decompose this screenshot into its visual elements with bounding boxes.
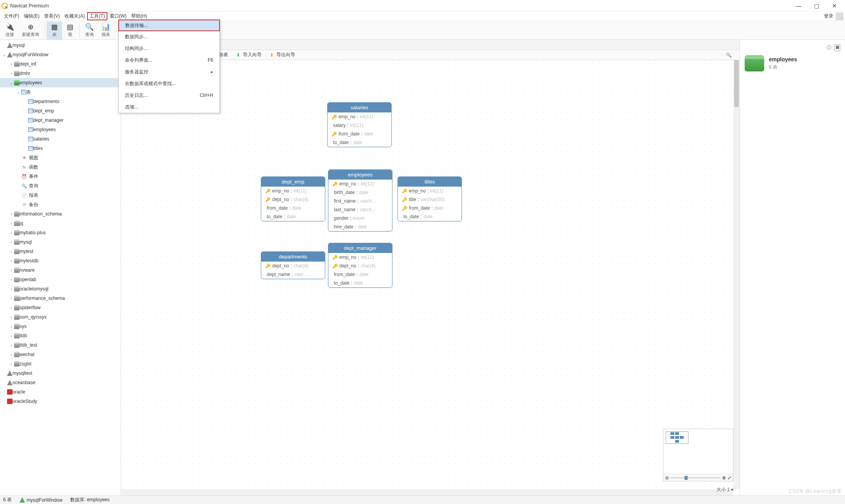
close-button[interactable]: ✕ (825, 0, 843, 12)
expand-icon[interactable]: › (9, 353, 14, 357)
expand-icon[interactable]: › (9, 231, 14, 235)
zoom-label[interactable]: 大小 1 ▾ (717, 486, 733, 493)
tree-node-nvware[interactable]: ›nvware (0, 265, 121, 275)
tree-node-dept_inf[interactable]: ›dept_inf (0, 59, 121, 69)
toolbar-表[interactable]: ▦表 (46, 21, 62, 39)
expand-icon[interactable]: › (9, 62, 14, 66)
tree-node-mysqlForWindow[interactable]: ⌄mysqlForWindow (0, 50, 121, 59)
menu-item-选项[interactable]: 选项... (119, 101, 219, 113)
tree-node-salaries[interactable]: salaries (0, 134, 121, 144)
expand-icon[interactable]: › (9, 240, 14, 244)
tree-node-jq[interactable]: ›jq (0, 219, 121, 228)
menu-help[interactable]: 帮助(H) (129, 12, 150, 20)
minimap[interactable]: ⊖ ⊕ ⤢ (663, 429, 733, 481)
expand-icon[interactable]: › (9, 315, 14, 319)
expand-icon[interactable]: › (9, 249, 14, 254)
expand-icon[interactable]: › (9, 324, 14, 329)
tree-node-查询[interactable]: 🔍查询 (0, 181, 121, 191)
horizontal-scrollbar[interactable] (121, 489, 733, 495)
login-area[interactable]: 登录 (824, 12, 843, 20)
tree-node-函数[interactable]: fx函数 (0, 162, 121, 172)
menu-file[interactable]: 文件(F) (2, 12, 21, 20)
vertical-scrollbar[interactable] (733, 60, 740, 489)
expand-icon[interactable]: › (9, 296, 14, 301)
zoom-fit-icon[interactable]: ⤢ (727, 475, 731, 481)
toolbar-报表[interactable]: 📊报表 (98, 21, 114, 39)
expand-icon[interactable]: › (9, 334, 14, 338)
menu-window[interactable]: 窗口(W) (107, 12, 129, 20)
tree-node-oracleStudy[interactable]: oracleStudy (0, 397, 121, 406)
expand-icon[interactable]: › (9, 221, 14, 226)
tree-node-information_schema[interactable]: ›information_schema (0, 209, 121, 219)
menu-item-数据同步[interactable]: 数据同步... (119, 31, 219, 43)
tree-node-mytestdb[interactable]: ›mytestdb (0, 256, 121, 265)
connection-tree[interactable]: mysql⌄mysqlForWindow›dept_inf›dmhr⌄emplo… (0, 40, 121, 495)
menu-item-数据传输[interactable]: 数据传输... (118, 20, 220, 31)
zoom-out-icon[interactable]: ⊖ (665, 475, 669, 481)
menu-edit[interactable]: 编辑(E) (21, 12, 42, 20)
tree-node-备份[interactable]: ⟳备份 (0, 200, 121, 209)
tree-node-departments[interactable]: departments (0, 97, 121, 106)
minimize-button[interactable]: — (790, 0, 808, 12)
erd-table-dept_emp[interactable]: dept_emp🔑emp_no: int(11)🔑dept_no: char(4… (261, 176, 325, 221)
tree-node-tldb[interactable]: ›tldb (0, 331, 121, 340)
expand-icon[interactable]: › (9, 362, 14, 366)
tree-node-employees[interactable]: ⌄employees (0, 78, 121, 87)
expand-icon[interactable]: › (9, 287, 14, 291)
menu-item-历史日志[interactable]: 历史日志...Ctrl+H (119, 89, 219, 101)
erd-table-dept_manager[interactable]: dept_manager🔑emp_no: int(11)🔑dept_no: ch… (328, 243, 392, 288)
grid-view-icon[interactable]: ▦ (834, 45, 840, 51)
tree-node-mybatis-plus[interactable]: ›mybatis-plus (0, 228, 121, 237)
tree-node-wechat[interactable]: ›wechat (0, 350, 121, 359)
tree-node-mysqltest[interactable]: mysqltest (0, 369, 121, 378)
tree-node-oracletomysql[interactable]: ›oracletomysql (0, 284, 121, 294)
tree-node-tldb_test[interactable]: ›tldb_test (0, 340, 121, 350)
menu-item-结构同步[interactable]: 结构同步... (119, 43, 219, 54)
expand-icon[interactable]: ⌄ (2, 53, 7, 57)
erd-table-departments[interactable]: departments🔑dept_no: char(4)dept_name: v… (261, 251, 325, 279)
search-icon[interactable]: 🔍 (726, 52, 732, 58)
zoom-in-icon[interactable]: ⊕ (722, 475, 726, 481)
tree-node-sys[interactable]: ›sys (0, 322, 121, 331)
minimap-zoom-slider[interactable]: ⊖ ⊕ ⤢ (663, 474, 733, 481)
tree-node-事件[interactable]: ⏰事件 (0, 172, 121, 181)
tree-node-titles[interactable]: titles (0, 144, 121, 153)
tree-node-oceanbase[interactable]: oceanbase (0, 378, 121, 387)
menu-favorites[interactable]: 收藏夹(A) (62, 12, 87, 20)
erd-canvas[interactable]: salaries🔑emp_no: int(11)salary: int(11)🔑… (121, 60, 740, 495)
info-icon[interactable]: ⓘ (827, 45, 831, 51)
expand-icon[interactable]: › (9, 259, 14, 263)
tree-node-dept_emp[interactable]: dept_emp (0, 106, 121, 116)
expand-icon[interactable]: › (9, 212, 14, 216)
maximize-button[interactable]: ▢ (808, 0, 825, 12)
toolbar-查询[interactable]: 🔍查询 (81, 21, 98, 39)
expand-icon[interactable]: ⌄ (9, 81, 14, 85)
erd-table-titles[interactable]: titles🔑emp_no: int(11)🔑title: varchar(50… (398, 176, 462, 221)
toolbar-视[interactable]: ▤视 (62, 21, 78, 39)
tree-node-employees[interactable]: employees (0, 125, 121, 134)
toolbar-新建查询[interactable]: ⊕新建查询 (18, 21, 43, 39)
tree-node-spiderflow[interactable]: ›spiderflow (0, 303, 121, 312)
tree-node-报表[interactable]: 📄报表 (0, 191, 121, 200)
tree-node-mysql[interactable]: mysql (0, 41, 121, 50)
expand-icon[interactable]: › (9, 268, 14, 272)
expand-icon[interactable]: › (9, 306, 14, 310)
tree-node-dept_manager[interactable]: dept_manager (0, 116, 121, 125)
tree-node-视图[interactable]: 👁视图 (0, 153, 121, 162)
tree-node-表[interactable]: ⌄表 (0, 87, 121, 97)
expand-icon[interactable]: › (9, 71, 14, 76)
tree-node-openlab[interactable]: ›openlab (0, 275, 121, 284)
menu-item-在数据库或模式中查找[interactable]: 在数据库或模式中查找... (119, 78, 219, 89)
expand-icon[interactable]: › (9, 343, 14, 347)
tree-node-performance_schema[interactable]: ›performance_schema (0, 294, 121, 303)
expand-icon[interactable]: › (9, 278, 14, 282)
import-wizard-button[interactable]: ⬇导入向导 (234, 51, 263, 59)
tree-node-zsglxt[interactable]: ›zsglxt (0, 359, 121, 369)
menu-view[interactable]: 查看(V) (42, 12, 62, 20)
tree-node-mysql[interactable]: ›mysql (0, 237, 121, 247)
erd-table-salaries[interactable]: salaries🔑emp_no: int(11)salary: int(11)🔑… (327, 102, 392, 147)
tree-node-ssm_qyrssys[interactable]: ›ssm_qyrssys (0, 312, 121, 322)
tree-node-mytest[interactable]: ›mytest (0, 247, 121, 256)
tree-node-dmhr[interactable]: ›dmhr (0, 69, 121, 78)
expand-icon[interactable]: ⌄ (16, 90, 21, 94)
